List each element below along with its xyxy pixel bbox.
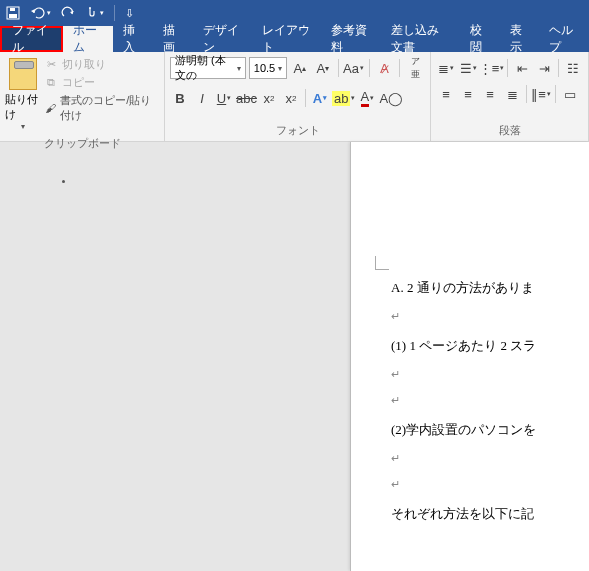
sort-button[interactable]: ☷ [563, 57, 583, 79]
save-icon[interactable] [6, 6, 20, 20]
group-clipboard: 貼り付け ▾ ✂ 切り取り ⧉ コピー 🖌 書式のコピー/貼り付け クリップボー… [0, 52, 165, 141]
multilevel-list-button[interactable]: ⋮≡▾ [480, 57, 503, 79]
line-spacing-button[interactable]: ‖≡▾ [531, 83, 551, 105]
font-size-value: 10.5 [254, 62, 275, 74]
tab-layout[interactable]: レイアウト [252, 26, 321, 52]
doc-line: (1) 1 ページあたり 2 スラ [391, 330, 589, 361]
decrease-indent-button[interactable]: ⇤ [512, 57, 532, 79]
doc-line: それぞれ方法を以下に記 [391, 498, 589, 529]
numbering-button[interactable]: ☰▾ [458, 57, 478, 79]
shading-button[interactable]: ▭ [560, 83, 580, 105]
bullets-button[interactable]: ≣▾ [436, 57, 456, 79]
page[interactable]: A. 2 通りの方法がありま ↵ (1) 1 ページあたり 2 スラ ↵ ↵ (… [350, 142, 589, 571]
format-painter-button[interactable]: 🖌 書式のコピー/貼り付け [44, 93, 159, 123]
ribbon: 貼り付け ▾ ✂ 切り取り ⧉ コピー 🖌 書式のコピー/貼り付け クリップボー… [0, 52, 589, 142]
copy-button: ⧉ コピー [44, 75, 159, 90]
brush-icon: 🖌 [44, 101, 56, 115]
return-mark: ↵ [391, 361, 589, 387]
align-center-button[interactable]: ≡ [458, 83, 478, 105]
font-color-button[interactable]: A▾ [357, 87, 377, 109]
tab-help[interactable]: ヘルプ [539, 26, 589, 52]
font-name-value: 游明朝 (本文の [175, 53, 234, 83]
copy-icon: ⧉ [44, 76, 58, 90]
separator [338, 59, 339, 77]
margin-corner-icon [375, 256, 389, 270]
return-mark: ↵ [391, 445, 589, 471]
bold-button[interactable]: B [170, 87, 190, 109]
tab-home[interactable]: ホーム [63, 26, 113, 52]
highlight-button[interactable]: ab▾ [332, 87, 355, 109]
group-label-paragraph: 段落 [431, 121, 588, 141]
group-label-font: フォント [165, 121, 430, 141]
doc-line: (2)学内設置のパソコンを [391, 414, 589, 445]
tab-mailings[interactable]: 差し込み文書 [381, 26, 460, 52]
return-mark: ↵ [391, 471, 589, 497]
text-effects-button[interactable]: A▾ [310, 87, 330, 109]
redo-icon[interactable] [61, 6, 75, 20]
tab-review[interactable]: 校閲 [460, 26, 500, 52]
grow-font-button[interactable]: A▴ [290, 57, 310, 79]
phonetic-guide-button[interactable]: ア亜 [405, 57, 425, 79]
increase-indent-button[interactable]: ⇥ [534, 57, 554, 79]
svg-point-3 [89, 7, 91, 9]
format-painter-label: 書式のコピー/貼り付け [60, 93, 159, 123]
font-size-select[interactable]: 10.5 ▾ [249, 57, 287, 79]
separator [558, 59, 559, 77]
cut-label: 切り取り [62, 57, 106, 72]
undo-icon[interactable]: ▾ [30, 6, 51, 20]
separator [369, 59, 370, 77]
tab-file[interactable]: ファイル [0, 26, 63, 52]
chevron-down-icon: ▾ [278, 64, 282, 73]
separator [526, 85, 527, 103]
enclose-characters-button[interactable]: A◯ [379, 87, 403, 109]
separator [305, 89, 306, 107]
tab-draw[interactable]: 描画 [153, 26, 193, 52]
scissors-icon: ✂ [44, 58, 58, 72]
svg-rect-1 [9, 14, 17, 18]
italic-button[interactable]: I [192, 87, 212, 109]
underline-button[interactable]: U▾ [214, 87, 234, 109]
align-left-button[interactable]: ≡ [436, 83, 456, 105]
tab-insert[interactable]: 挿入 [113, 26, 153, 52]
doc-line: A. 2 通りの方法がありま [391, 272, 589, 303]
group-font: 游明朝 (本文の ▾ 10.5 ▾ A▴ A▾ Aa▾ A̷ ア亜 B I [165, 52, 431, 141]
chevron-down-icon: ▾ [237, 64, 241, 73]
page-margin [0, 142, 350, 571]
justify-button[interactable]: ≣ [502, 83, 522, 105]
tab-view[interactable]: 表示 [500, 26, 540, 52]
chevron-down-icon: ▾ [21, 122, 25, 131]
separator [114, 5, 115, 21]
tab-design[interactable]: デザイン [193, 26, 252, 52]
return-mark: ↵ [391, 303, 589, 329]
group-paragraph: ≣▾ ☰▾ ⋮≡▾ ⇤ ⇥ ☷ ≡ ≡ ≡ ≣ ‖≡▾ ▭ 段落 [431, 52, 589, 141]
return-mark: ↵ [391, 387, 589, 413]
separator [555, 85, 556, 103]
separator [399, 59, 400, 77]
strikethrough-button[interactable]: abc [236, 87, 257, 109]
clear-formatting-button[interactable]: A̷ [374, 57, 394, 79]
tab-references[interactable]: 参考資料 [321, 26, 380, 52]
align-right-button[interactable]: ≡ [480, 83, 500, 105]
document-area: A. 2 通りの方法がありま ↵ (1) 1 ページあたり 2 スラ ↵ ↵ (… [0, 142, 589, 571]
change-case-button[interactable]: Aa▾ [344, 57, 364, 79]
paste-button[interactable]: 貼り付け ▾ [5, 55, 40, 131]
paste-label: 貼り付け [5, 92, 40, 122]
cut-button: ✂ 切り取り [44, 57, 159, 72]
separator [507, 59, 508, 77]
customize-qat-icon[interactable]: ⇩ [125, 7, 134, 20]
font-name-select[interactable]: 游明朝 (本文の ▾ [170, 57, 246, 79]
cursor-marker [62, 180, 65, 183]
subscript-button[interactable]: x2 [259, 87, 279, 109]
shrink-font-button[interactable]: A▾ [313, 57, 333, 79]
paste-icon [9, 58, 37, 90]
superscript-button[interactable]: x2 [281, 87, 301, 109]
touch-mode-icon[interactable]: ▾ [85, 6, 104, 20]
svg-rect-2 [10, 8, 15, 11]
copy-label: コピー [62, 75, 95, 90]
ribbon-tabs: ファイル ホーム 挿入 描画 デザイン レイアウト 参考資料 差し込み文書 校閲… [0, 26, 589, 52]
